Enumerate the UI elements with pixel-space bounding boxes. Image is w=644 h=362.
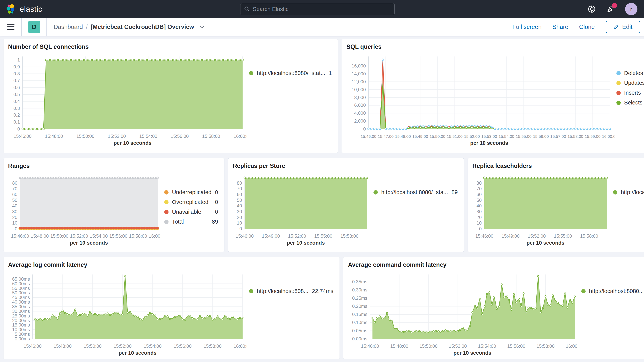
svg-text:16,000: 16,000: [352, 63, 366, 68]
svg-text:15:52:00: 15:52:00: [449, 344, 466, 349]
svg-text:15:54:00: 15:54:00: [498, 134, 514, 138]
legend-item[interactable]: Deletes 0: [616, 70, 644, 76]
svg-text:0.1: 0.1: [14, 119, 20, 124]
panel-log-commit-latency: Average log commit latency 15:46:0015:48…: [3, 257, 340, 359]
svg-text:0.05ms: 0.05ms: [352, 328, 367, 333]
ranges-chart[interactable]: 15:46:0015:48:0015:50:0015:52:0015:54:00…: [8, 170, 162, 248]
user-avatar[interactable]: r: [625, 3, 638, 15]
svg-text:40: 40: [237, 203, 242, 208]
svg-text:20: 20: [237, 215, 242, 220]
panel-sql-queries: SQL queries 15:46:0015:47:0015:48:0015:4…: [342, 39, 644, 153]
legend-series-label: Deletes: [624, 70, 643, 76]
svg-text:15:50:00: 15:50:00: [420, 344, 438, 349]
svg-text:15:56:00: 15:56:00: [174, 344, 192, 349]
notification-badge: [612, 3, 617, 8]
svg-text:0.2: 0.2: [14, 112, 20, 118]
legend-item[interactable]: Updates 0: [616, 80, 644, 86]
svg-text:15:52:00: 15:52:00: [288, 234, 306, 239]
svg-text:per 10 seconds: per 10 seconds: [526, 240, 564, 246]
legend-item[interactable]: Inserts 0: [616, 90, 644, 96]
sql-queries-chart[interactable]: 15:46:0015:47:0015:48:0015:49:0015:50:00…: [346, 52, 614, 148]
legend-item[interactable]: http://localhost:8080... 0.26ms: [581, 288, 644, 294]
legend-item[interactable]: http://localhost:8080/_stat... 1: [249, 70, 334, 76]
log-commit-latency-chart[interactable]: 15:46:0015:48:0015:50:0015:52:0015:54:00…: [8, 270, 247, 358]
chart-legend: http://localhost:808... 22.74ms: [247, 270, 335, 358]
svg-text:60: 60: [237, 192, 242, 197]
legend-series-label: http://localhost:808...: [257, 288, 308, 294]
sql-connections-chart[interactable]: 15:46:0015:48:0015:50:0015:52:0015:54:00…: [8, 52, 247, 148]
elastic-logo-icon: [6, 4, 16, 14]
svg-text:60: 60: [476, 192, 482, 197]
legend-item[interactable]: http://localhost:808... 22.74ms: [249, 288, 335, 294]
share-button[interactable]: Share: [552, 24, 568, 30]
svg-text:per 10 seconds: per 10 seconds: [118, 350, 156, 356]
svg-text:30: 30: [476, 209, 482, 214]
legend-item[interactable]: Selects 0: [616, 100, 644, 106]
svg-text:15:58:00: 15:58:00: [202, 134, 220, 139]
panel-command-commit-latency: Average command commit latency 15:46:001…: [343, 257, 644, 359]
legend-item[interactable]: Unavailable 0: [164, 209, 220, 215]
legend-item[interactable]: Overreplicated 0: [164, 199, 220, 205]
news-feed-button[interactable]: [606, 5, 615, 14]
breadcrumb-dashboard-link[interactable]: Dashboard: [54, 24, 83, 30]
svg-text:per 10 seconds: per 10 seconds: [470, 140, 508, 146]
svg-text:15:58:00: 15:58:00: [340, 234, 358, 239]
legend-item[interactable]: Underreplicated 0: [164, 189, 220, 196]
panel-title: Replicas per Store: [233, 162, 459, 170]
legend-series-dot: [581, 289, 586, 294]
elastic-logo[interactable]: elastic: [0, 4, 120, 14]
svg-text:50: 50: [476, 198, 482, 203]
chart-legend: Deletes 0 Updates 0 Inserts 0: [614, 52, 644, 148]
svg-text:40: 40: [12, 203, 17, 208]
svg-text:15:54:00: 15:54:00: [139, 134, 157, 139]
svg-text:15:54:00: 15:54:00: [144, 344, 162, 349]
svg-text:15:46:00: 15:46:00: [360, 134, 376, 138]
svg-text:16:00:00: 16:00:00: [566, 344, 580, 349]
help-button[interactable]: [587, 5, 596, 14]
main-menu-button[interactable]: [0, 18, 22, 36]
legend-item[interactable]: http://localhost:8080/_sta... 89: [374, 189, 459, 196]
chart-legend: http://localhost:8080/_sta... 89: [611, 170, 644, 248]
replicas-per-store-chart[interactable]: 15:46:0015:49:0015:52:0015:55:0015:58:00…: [233, 170, 372, 248]
clone-button[interactable]: Clone: [579, 24, 595, 30]
chart-legend: http://localhost:8080/_stat... 1: [247, 52, 334, 148]
svg-text:0.15ms: 0.15ms: [352, 312, 367, 317]
command-commit-latency-chart[interactable]: 15:46:0015:48:0015:50:0015:52:0015:54:00…: [348, 270, 580, 358]
dashboard-badge-letter: D: [32, 23, 36, 31]
svg-text:80: 80: [476, 180, 482, 186]
search-input[interactable]: [253, 6, 391, 12]
dashboard-app-badge[interactable]: D: [28, 21, 40, 33]
svg-text:per 10 seconds: per 10 seconds: [70, 240, 108, 246]
svg-text:15:55:00: 15:55:00: [516, 134, 532, 138]
legend-item[interactable]: http://localhost:8080/_sta... 89: [613, 189, 644, 196]
legend-series-label: Total: [172, 218, 184, 225]
svg-text:15:52:00: 15:52:00: [70, 234, 88, 239]
svg-text:0.20ms: 0.20ms: [352, 304, 367, 309]
svg-text:50: 50: [12, 198, 17, 203]
legend-series-dot: [616, 91, 621, 95]
svg-text:15:52:00: 15:52:00: [464, 134, 480, 138]
svg-text:20: 20: [12, 215, 17, 220]
panel-sql-connections: Number of SQL connections 15:46:0015:48:…: [3, 39, 338, 153]
legend-series-label: Overreplicated: [172, 199, 208, 205]
full-screen-button[interactable]: Full screen: [512, 24, 542, 30]
svg-text:15:55:00: 15:55:00: [554, 234, 572, 239]
legend-series-value: 89: [452, 189, 459, 196]
chevron-down-icon[interactable]: [199, 24, 205, 30]
panel-title: Average log commit latency: [8, 262, 335, 268]
svg-text:15:46:00: 15:46:00: [475, 234, 493, 239]
edit-button[interactable]: Edit: [606, 21, 640, 33]
legend-series-dot: [616, 81, 621, 85]
svg-text:30: 30: [12, 209, 17, 214]
global-search[interactable]: [240, 3, 394, 15]
replica-leaseholders-chart[interactable]: 15:46:0015:49:0015:52:0015:55:0015:58:00…: [472, 170, 611, 248]
logo-text: elastic: [20, 5, 42, 14]
svg-text:0.25ms: 0.25ms: [352, 296, 367, 301]
svg-text:0.4: 0.4: [14, 99, 20, 104]
svg-text:80: 80: [237, 180, 242, 186]
legend-item[interactable]: Total 89: [164, 218, 220, 225]
legend-series-label: http://localhost:8080/_sta...: [381, 189, 448, 196]
legend-series-label: Unavailable: [172, 209, 201, 215]
legend-series-value: 1: [329, 70, 334, 76]
legend-series-dot: [616, 71, 621, 75]
